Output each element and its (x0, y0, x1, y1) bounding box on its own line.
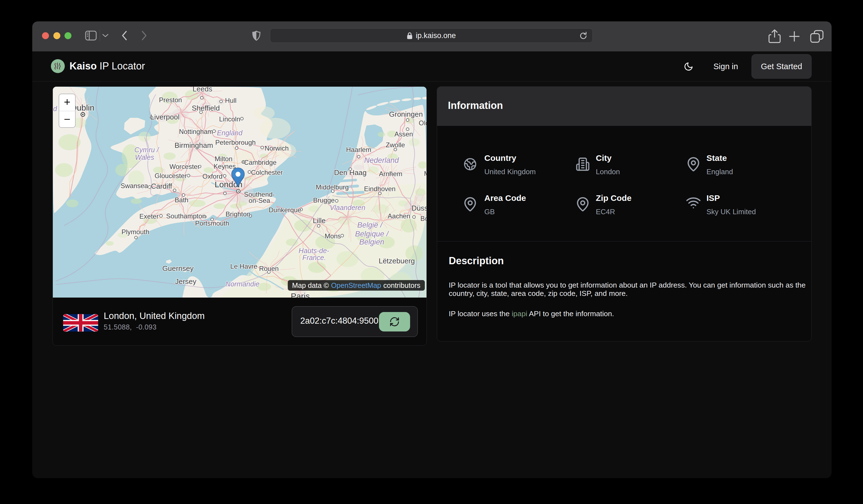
svg-text:Colchester: Colchester (251, 169, 283, 176)
svg-text:d: d (53, 105, 57, 113)
svg-text:Belgique /: Belgique / (355, 230, 389, 238)
svg-text:Arnhem: Arnhem (379, 170, 402, 178)
svg-text:Hull: Hull (225, 97, 236, 104)
svg-text:Southampton: Southampton (166, 212, 206, 220)
svg-text:Wales: Wales (135, 153, 154, 161)
svg-text:Le Havre: Le Havre (230, 262, 257, 270)
svg-text:Groningen: Groningen (389, 110, 423, 118)
svg-text:Den Haag: Den Haag (334, 168, 366, 177)
svg-text:Rouen: Rouen (259, 265, 279, 272)
svg-text:Nederland: Nederland (364, 156, 399, 165)
svg-text:Gloucester: Gloucester (154, 172, 187, 180)
svg-text:Worcester: Worcester (170, 163, 200, 170)
svg-text:Exeter: Exeter (139, 212, 159, 220)
svg-text:Brugge: Brugge (313, 196, 335, 204)
svg-text:Cardiff: Cardiff (151, 182, 172, 190)
svg-text:Bath: Bath (175, 196, 188, 204)
svg-text:Plymouth: Plymouth (122, 228, 149, 236)
svg-text:Haarlem: Haarlem (346, 146, 372, 153)
svg-text:Lëtzebuerg: Lëtzebuerg (379, 257, 415, 265)
svg-text:Old: Old (419, 119, 426, 127)
svg-text:Hauts-de-: Hauts-de- (299, 247, 329, 255)
svg-text:Portsmouth: Portsmouth (195, 219, 229, 227)
svg-text:Lille: Lille (313, 217, 326, 225)
svg-text:Sheffield: Sheffield (192, 104, 220, 112)
svg-text:Oxford: Oxford (202, 172, 222, 180)
svg-text:Guernsey: Guernsey (162, 264, 194, 273)
svg-text:Brighton: Brighton (225, 210, 250, 218)
svg-text:England: England (217, 129, 243, 137)
svg-text:Eindhoven: Eindhoven (364, 185, 395, 193)
svg-text:Mons: Mons (325, 232, 341, 240)
svg-text:Aachen: Aachen (388, 212, 410, 220)
svg-text:Lincoln: Lincoln (219, 115, 240, 123)
svg-text:on-Sea: on-Sea (249, 197, 270, 204)
svg-text:Vlaanderen: Vlaanderen (330, 204, 365, 211)
svg-text:Bonn: Bonn (421, 215, 426, 222)
svg-text:Norwich: Norwich (265, 144, 289, 152)
svg-text:Peterborough: Peterborough (215, 139, 255, 146)
svg-text:Birmingham: Birmingham (175, 141, 213, 150)
svg-text:Middelburg: Middelburg (316, 183, 349, 191)
svg-text:Belgien: Belgien (359, 238, 384, 246)
svg-text:Paris: Paris (291, 292, 310, 298)
svg-text:Milton: Milton (215, 155, 233, 163)
svg-text:Nottingham: Nottingham (179, 128, 213, 135)
svg-text:Cambridge: Cambridge (244, 159, 276, 166)
svg-text:Liverpool: Liverpool (150, 113, 179, 121)
svg-text:Münst: Münst (424, 170, 426, 177)
svg-text:België /: België / (357, 221, 383, 229)
svg-text:Leeds: Leeds (193, 87, 212, 93)
svg-text:Normandie: Normandie (225, 280, 259, 288)
svg-text:Cymru /: Cymru / (134, 146, 160, 154)
svg-text:Swansea: Swansea (121, 182, 148, 190)
svg-text:Zwolle: Zwolle (386, 141, 405, 148)
svg-text:Preston: Preston (159, 96, 182, 104)
svg-text:Dunkerque: Dunkerque (268, 206, 301, 214)
svg-text:Düsseldor: Düsseldor (412, 204, 426, 212)
svg-text:Jersey: Jersey (175, 277, 197, 286)
svg-text:Assen: Assen (395, 130, 413, 138)
svg-text:France.: France. (302, 254, 326, 261)
